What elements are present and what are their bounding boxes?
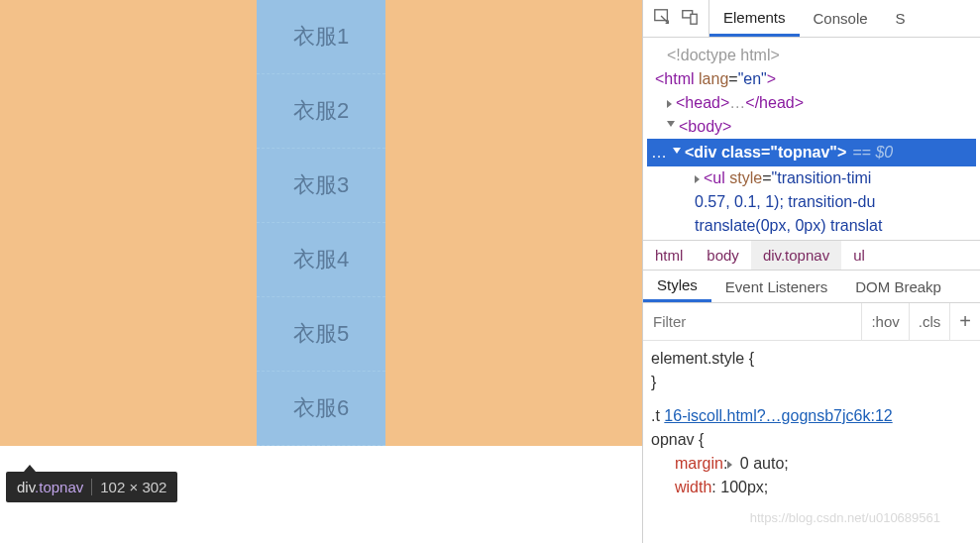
- chevron-right-icon[interactable]: [667, 100, 672, 108]
- dom-doctype[interactable]: <!doctype html>: [647, 44, 976, 67]
- tab-console[interactable]: Console: [800, 0, 882, 37]
- svg-rect-0: [655, 10, 668, 21]
- breadcrumb-item[interactable]: html: [643, 241, 695, 270]
- toolbar-icons: [643, 0, 709, 37]
- css-selector[interactable]: opnav {: [651, 428, 972, 452]
- filter-input[interactable]: [643, 313, 861, 330]
- dom-ul-cont[interactable]: 0.57, 0.1, 1); transition-du: [647, 190, 976, 214]
- dom-tree[interactable]: <!doctype html> <html lang="en"> <head>……: [643, 38, 980, 240]
- devtools-tabs: Elements Console S: [709, 0, 920, 37]
- page-preview: 衣服1 衣服2 衣服3 衣服4 衣服5 衣服6 div.topnav 102 ×…: [0, 0, 642, 543]
- cls-toggle[interactable]: .cls: [909, 303, 950, 340]
- dom-head[interactable]: <head>…</head>: [647, 91, 976, 115]
- tab-styles[interactable]: Styles: [643, 271, 711, 302]
- dom-html-open[interactable]: <html lang="en">: [647, 67, 976, 91]
- css-property[interactable]: width: 100px;: [651, 476, 972, 499]
- dom-body-open[interactable]: <body>: [647, 115, 976, 139]
- ellipsis-icon[interactable]: …: [651, 141, 667, 164]
- breadcrumb-item-active[interactable]: div.topnav: [751, 241, 841, 270]
- list-item[interactable]: 衣服1: [257, 0, 385, 74]
- tooltip-arrow: [24, 465, 36, 472]
- element-hover-badge: div.topnav 102 × 302: [6, 472, 177, 502]
- chevron-down-icon[interactable]: [667, 121, 675, 131]
- breadcrumb-item[interactable]: body: [695, 241, 751, 270]
- devtools-toolbar: Elements Console S: [643, 0, 980, 38]
- dom-ul-line[interactable]: <ul style="transition-timi: [647, 166, 976, 190]
- hov-toggle[interactable]: :hov: [861, 303, 908, 340]
- list-item[interactable]: 衣服6: [257, 372, 385, 446]
- page-background: 衣服1 衣服2 衣服3 衣服4 衣服5 衣服6: [0, 0, 642, 446]
- css-close-brace: }: [651, 371, 972, 394]
- tab-elements[interactable]: Elements: [709, 0, 800, 37]
- css-property[interactable]: margin: 0 auto;: [651, 452, 972, 476]
- device-toggle-icon[interactable]: [681, 8, 699, 29]
- css-element-style[interactable]: element.style {: [651, 347, 972, 371]
- svg-rect-2: [691, 14, 697, 24]
- chevron-right-icon[interactable]: [695, 175, 700, 183]
- list-item[interactable]: 衣服2: [257, 74, 385, 149]
- inspect-icon[interactable]: [653, 8, 671, 29]
- list-item[interactable]: 衣服3: [257, 149, 385, 223]
- dom-breadcrumb: html body div.topnav ul: [643, 240, 980, 270]
- chevron-down-icon[interactable]: [673, 148, 681, 158]
- styles-tabs: Styles Event Listeners DOM Breakp: [643, 270, 980, 303]
- source-link[interactable]: 16-iscoll.html?…gognsb7jc6k:12: [664, 407, 892, 424]
- list-item[interactable]: 衣服5: [257, 297, 385, 372]
- topnav-highlight[interactable]: 衣服1 衣服2 衣服3 衣服4 衣服5 衣服6: [257, 0, 385, 446]
- list-item[interactable]: 衣服4: [257, 223, 385, 297]
- css-rule-header[interactable]: .t 16-iscoll.html?…gognsb7jc6k:12: [651, 404, 972, 428]
- tab-more[interactable]: S: [882, 0, 920, 37]
- devtools-panel: Elements Console S <!doctype html> <html…: [642, 0, 980, 543]
- badge-tag: div.topnav: [17, 479, 83, 495]
- dom-selected-node[interactable]: … <div class="topnav"> == $0: [647, 139, 976, 166]
- tab-event-listeners[interactable]: Event Listeners: [711, 271, 841, 302]
- dom-ul-cont[interactable]: translate(0px, 0px) translat: [647, 214, 976, 238]
- chevron-right-icon[interactable]: [727, 461, 732, 469]
- breadcrumb-item[interactable]: ul: [841, 247, 877, 264]
- badge-dimensions: 102 × 302: [91, 479, 166, 495]
- add-rule-button[interactable]: +: [949, 303, 980, 340]
- tab-dom-breakpoints[interactable]: DOM Breakp: [841, 271, 955, 302]
- styles-filter-row: :hov .cls +: [643, 303, 980, 341]
- css-pane[interactable]: element.style { } .t 16-iscoll.html?…gog…: [643, 341, 980, 543]
